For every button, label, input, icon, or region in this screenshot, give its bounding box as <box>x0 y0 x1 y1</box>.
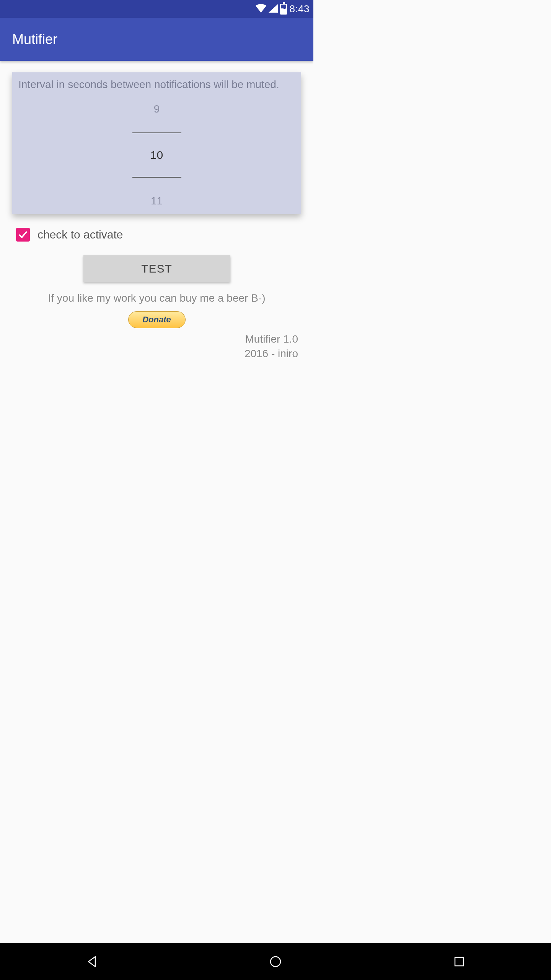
cell-signal-icon <box>269 4 278 14</box>
app-title: Mutifier <box>12 31 57 47</box>
donate-button[interactable]: Donate <box>128 311 186 328</box>
check-icon <box>18 230 28 240</box>
version-line1: Mutifier 1.0 <box>0 332 298 346</box>
picker-selected-box[interactable]: 10 <box>132 132 181 178</box>
number-picker[interactable]: 9 10 11 <box>18 91 295 214</box>
version-line2: 2016 - iniro <box>0 346 298 361</box>
status-bar: 42 8:43 <box>0 0 313 18</box>
activate-checkbox[interactable] <box>16 228 30 242</box>
version-block: Mutifier 1.0 2016 - iniro <box>0 328 313 361</box>
battery-level: 42 <box>281 6 286 10</box>
status-time: 8:43 <box>289 3 310 15</box>
wifi-icon <box>256 4 266 14</box>
activate-row[interactable]: check to activate <box>0 214 313 253</box>
picker-next-value[interactable]: 11 <box>151 195 163 207</box>
donate-prompt: If you like my work you can buy me a bee… <box>0 292 313 304</box>
app-bar: Mutifier <box>0 18 313 61</box>
interval-label: Interval in seconds between notification… <box>18 78 295 91</box>
content: Interval in seconds between notification… <box>0 72 313 532</box>
test-button[interactable]: TEST <box>83 255 230 282</box>
activate-label: check to activate <box>37 228 123 241</box>
battery-icon: 42 <box>280 4 287 15</box>
interval-card: Interval in seconds between notification… <box>12 72 301 214</box>
picker-prev-value[interactable]: 9 <box>154 103 160 115</box>
picker-selected-value: 10 <box>150 149 163 161</box>
